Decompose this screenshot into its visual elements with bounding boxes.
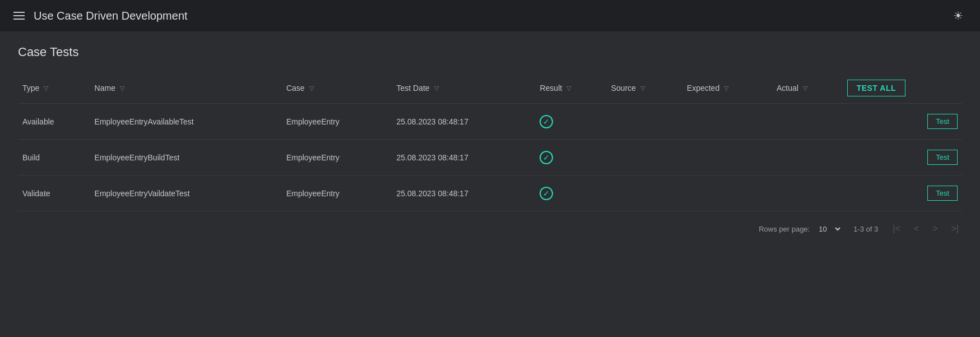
filter-result-icon[interactable]: ▽ [566,85,571,92]
cell-source [607,176,682,211]
menu-icon[interactable] [13,12,25,20]
cell-test-button: Test [843,104,962,140]
page-content: Case Tests Type ▽ Name ▽ [0,31,980,253]
cell-expected [682,140,772,176]
cell-case: EmployeeEntry [282,104,392,140]
cell-test-button: Test [843,176,962,211]
cell-source [607,104,682,140]
col-result: Result ▽ [535,73,606,104]
result-success-icon: ✓ [540,151,553,164]
header-left: Use Case Driven Development [13,10,188,22]
cell-test-button: Test [843,140,962,176]
cell-name: EmployeeEntryBuildTest [90,140,282,176]
col-case: Case ▽ [282,73,392,104]
cell-actual [772,104,843,140]
test-button-row-2[interactable]: Test [927,186,958,201]
filter-expected-icon[interactable]: ▽ [724,85,728,92]
app-header: Use Case Driven Development ☀ [0,0,980,31]
col-test-all: TEST ALL [843,73,962,104]
pagination-range: 1-3 of 3 [853,225,878,233]
cell-type: Build [18,140,90,176]
cell-expected [682,104,772,140]
filter-actual-icon[interactable]: ▽ [803,85,807,92]
rows-per-page-select[interactable]: 10 25 50 100 [814,223,842,235]
filter-source-icon[interactable]: ▽ [640,85,645,92]
next-page-button[interactable]: > [929,223,941,235]
cell-type: Available [18,104,90,140]
cell-case: EmployeeEntry [282,176,392,211]
cell-testDate: 25.08.2023 08:48:17 [392,140,535,176]
cell-source [607,140,682,176]
rows-per-page-label: Rows per page: [759,225,810,233]
col-name: Name ▽ [90,73,282,104]
prev-page-button[interactable]: < [911,223,922,235]
filter-name-icon[interactable]: ▽ [120,85,124,92]
filter-testdate-icon[interactable]: ▽ [434,85,439,92]
cell-result: ✓ [535,104,606,140]
page-title: Case Tests [18,45,962,59]
pagination: Rows per page: 10 25 50 100 1-3 of 3 |< … [18,211,962,239]
filter-type-icon[interactable]: ▽ [44,85,48,92]
cell-name: EmployeeEntryAvailableTest [90,104,282,140]
cell-expected [682,176,772,211]
filter-case-icon[interactable]: ▽ [309,85,314,92]
cell-testDate: 25.08.2023 08:48:17 [392,176,535,211]
test-button-row-1[interactable]: Test [927,150,958,165]
result-success-icon: ✓ [540,187,553,200]
case-tests-table: Type ▽ Name ▽ Case ▽ [18,73,962,211]
first-page-button[interactable]: |< [889,223,904,235]
case-tests-table-container: Type ▽ Name ▽ Case ▽ [18,73,962,211]
cell-testDate: 25.08.2023 08:48:17 [392,104,535,140]
rows-per-page-container: Rows per page: 10 25 50 100 [759,223,842,235]
table-row: AvailableEmployeeEntryAvailableTestEmplo… [18,104,962,140]
result-success-icon: ✓ [540,115,553,128]
test-all-button[interactable]: TEST ALL [847,80,905,96]
theme-toggle-icon[interactable]: ☀ [953,9,967,22]
table-row: BuildEmployeeEntryBuildTestEmployeeEntry… [18,140,962,176]
col-source: Source ▽ [607,73,682,104]
last-page-button[interactable]: >| [948,223,963,235]
col-type: Type ▽ [18,73,90,104]
table-header-row: Type ▽ Name ▽ Case ▽ [18,73,962,104]
cell-actual [772,140,843,176]
cell-result: ✓ [535,176,606,211]
cell-result: ✓ [535,140,606,176]
col-expected: Expected ▽ [682,73,772,104]
cell-actual [772,176,843,211]
col-actual: Actual ▽ [772,73,843,104]
app-title: Use Case Driven Development [34,10,188,22]
cell-type: Validate [18,176,90,211]
cell-case: EmployeeEntry [282,140,392,176]
test-button-row-0[interactable]: Test [927,114,958,129]
cell-name: EmployeeEntryVaildateTest [90,176,282,211]
col-testdate: Test Date ▽ [392,73,535,104]
table-row: ValidateEmployeeEntryVaildateTestEmploye… [18,176,962,211]
